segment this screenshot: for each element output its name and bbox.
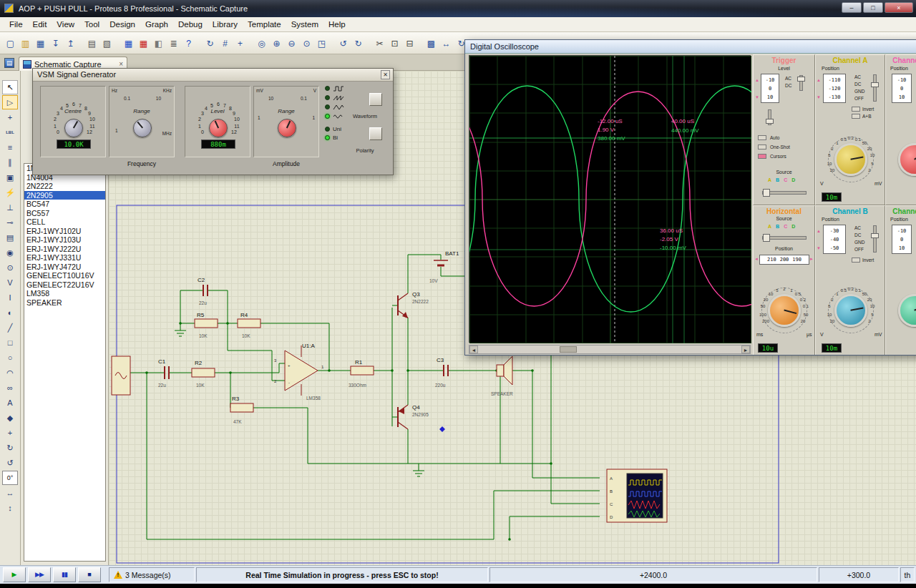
horizontal-position-display[interactable]: 210200190 <box>759 255 809 265</box>
tape-recorder-tool[interactable]: ◉ <box>2 245 18 260</box>
device-list-item[interactable]: ERJ-1WYJ222U <box>24 245 105 254</box>
timebase-knob[interactable] <box>768 294 801 327</box>
origin-icon[interactable]: + <box>233 36 247 50</box>
new-project-icon[interactable]: ▢ <box>4 36 17 50</box>
import-icon[interactable]: ↧ <box>49 36 62 50</box>
menu-item[interactable]: Debug <box>173 17 208 31</box>
trigger-slope-switch[interactable] <box>768 109 771 125</box>
copy-icon[interactable]: ⊡ <box>388 36 401 50</box>
toggle-switch[interactable] <box>852 107 860 112</box>
position-up-arrow[interactable]: ▲ <box>817 78 821 82</box>
x-mirror-button[interactable]: ↔ <box>2 486 18 500</box>
resistor-r4[interactable]: R4 10K <box>238 312 260 338</box>
menu-item[interactable]: Library <box>208 17 243 31</box>
grid-toggle-icon[interactable]: # <box>218 36 232 50</box>
signal-generator-titlebar[interactable]: VSM Signal Generator ✕ <box>33 69 393 82</box>
2d-box-tool[interactable]: □ <box>2 335 18 350</box>
text-script-tool[interactable]: ≡ <box>2 140 18 155</box>
zoom-all-icon[interactable]: ⊙ <box>300 36 313 50</box>
close-button[interactable]: × <box>885 2 913 13</box>
signal-generator-close-icon[interactable]: ✕ <box>381 70 390 79</box>
menu-item[interactable]: System <box>286 17 323 31</box>
2d-circle-tool[interactable]: ○ <box>2 351 18 365</box>
refresh-icon[interactable]: ↻ <box>203 36 217 50</box>
channel-d-position-display[interactable]: -10010 <box>892 225 912 254</box>
3d-viewer-icon[interactable]: ◧ <box>152 36 165 50</box>
probe-marker[interactable] <box>439 426 445 432</box>
menu-item[interactable]: Template <box>243 17 286 31</box>
pan-icon[interactable]: ◎ <box>255 36 268 50</box>
position-right-arrow[interactable]: ► <box>809 257 814 261</box>
device-list-item[interactable]: ERJ-1WYJ102U <box>24 227 105 236</box>
oscilloscope-part[interactable]: A B C D <box>607 469 667 522</box>
export-icon[interactable]: ↥ <box>64 36 77 50</box>
device-pin-tool[interactable]: ⊸ <box>2 215 18 230</box>
device-list-item[interactable]: GENELECT22U16V <box>24 280 105 290</box>
subcircuit-tool[interactable]: ▣ <box>2 170 18 185</box>
design-explorer-icon[interactable]: ≣ <box>167 36 180 50</box>
2d-marker-tool[interactable]: + <box>2 426 18 440</box>
object-selector-list[interactable]: 1N40011N40042N22222N2905BC547BC557CELLER… <box>24 163 106 562</box>
device-list-item[interactable]: ERJ-1WYJ103U <box>24 235 105 245</box>
rotate-clockwise-button[interactable]: ↻ <box>2 441 18 455</box>
trigger-coupling-switch[interactable] <box>799 75 803 91</box>
2d-line-tool[interactable]: ╱ <box>2 320 18 335</box>
capacitor-c3[interactable]: C3 220u <box>435 357 448 388</box>
play-button[interactable]: ▶ <box>3 567 26 582</box>
input-source[interactable] <box>112 356 130 395</box>
transistor-q3[interactable]: Q3 2N2222 <box>398 291 429 318</box>
cut-icon[interactable]: ✂ <box>373 36 386 50</box>
channel-c-gain-knob[interactable] <box>898 143 916 176</box>
instant-edit-tool[interactable]: ⚡ <box>2 185 18 200</box>
channel-b-position-display[interactable]: -30-40-50 <box>823 225 846 254</box>
current-probe-tool[interactable]: I <box>2 290 18 305</box>
step-button[interactable]: ▶▶ <box>28 567 51 582</box>
position-left-arrow[interactable]: ◄ <box>754 257 759 261</box>
schematic-module-icon[interactable]: ▦ <box>122 36 135 50</box>
block-copy-icon[interactable]: ▩ <box>424 36 438 50</box>
menu-item[interactable]: File <box>4 17 28 31</box>
scroll-left-icon[interactable]: ◄ <box>469 346 478 353</box>
device-list-item[interactable]: BC557 <box>24 209 105 218</box>
2d-text-tool[interactable]: A <box>2 396 18 410</box>
inter-sheet-terminal-tool[interactable]: ⊥ <box>2 200 18 215</box>
trigger-level-display[interactable]: -10010 <box>761 74 779 103</box>
menu-item[interactable]: Edit <box>28 17 52 31</box>
2d-arc-tool[interactable]: ◠ <box>2 366 18 380</box>
menu-item[interactable]: Help <box>323 17 351 31</box>
waveform-button[interactable] <box>369 93 382 106</box>
device-list-item[interactable]: 2N2905 <box>24 191 105 200</box>
rotation-angle-field[interactable]: 0° <box>2 471 18 485</box>
save-project-icon[interactable]: ▦ <box>34 36 47 50</box>
trigger-mode-button[interactable] <box>758 154 766 159</box>
menu-item[interactable]: Tool <box>79 17 104 31</box>
channel-b-gain-knob[interactable] <box>834 294 867 327</box>
channel-d-gain-knob[interactable] <box>898 294 916 327</box>
oscilloscope-scrollbar[interactable]: ◄ ► <box>469 345 751 354</box>
virtual-instruments-tool[interactable]: ◐ <box>2 305 18 320</box>
message-cell[interactable]: 3 Message(s) <box>109 567 195 582</box>
home-tab-icon[interactable]: ▤ <box>4 58 14 68</box>
trigger-mode-button[interactable] <box>758 135 766 140</box>
device-list-item[interactable]: GENELECT10U16V <box>24 271 105 280</box>
trigger-mode-button[interactable] <box>758 144 766 150</box>
oscilloscope-titlebar[interactable]: Digital Oscilloscope <box>465 40 916 54</box>
pcb-module-icon[interactable]: ▦ <box>137 36 150 50</box>
print-icon[interactable]: ▤ <box>85 36 99 50</box>
graph-mode-tool[interactable]: ▤ <box>2 230 18 245</box>
channel-b-coupling-switch[interactable] <box>873 225 877 253</box>
toggle-switch[interactable] <box>852 114 860 119</box>
device-list-item[interactable]: SPEAKER <box>24 298 105 308</box>
trigger-source-slider[interactable] <box>762 191 807 195</box>
redo-icon[interactable]: ↻ <box>351 36 365 50</box>
resistor-r1[interactable]: R1 330Ohm <box>349 359 374 388</box>
help-icon[interactable]: ? <box>182 36 195 50</box>
zoom-in-icon[interactable]: ⊕ <box>270 36 283 50</box>
zoom-out-icon[interactable]: ⊖ <box>285 36 298 50</box>
position-down-arrow[interactable]: ▼ <box>817 95 821 99</box>
junction-dot-tool[interactable]: + <box>2 110 18 124</box>
battery-bat1[interactable]: BAT1 10V <box>429 250 459 283</box>
y-mirror-button[interactable]: ↕ <box>2 501 18 515</box>
resistor-r5[interactable]: R5 10K <box>195 312 218 338</box>
device-list-item[interactable]: BC547 <box>24 200 105 209</box>
